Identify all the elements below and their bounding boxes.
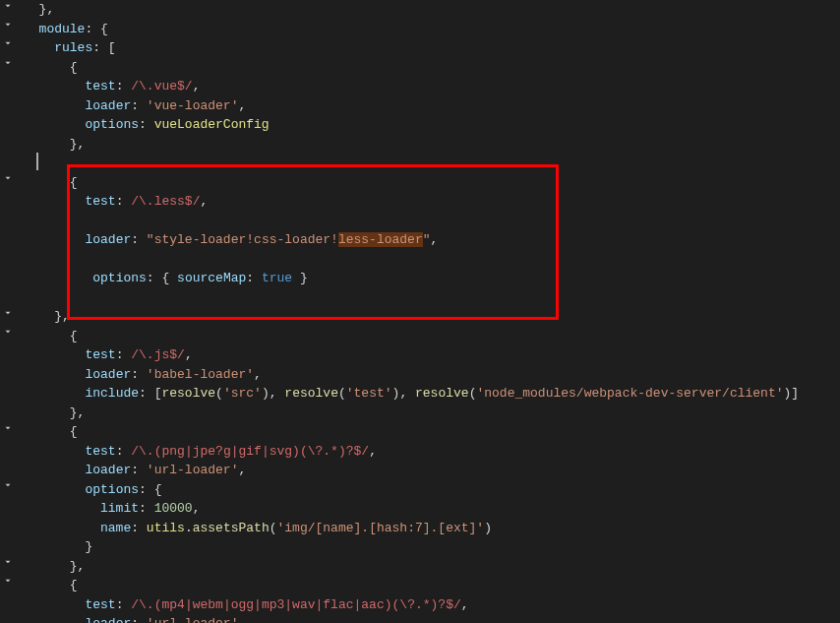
code-line[interactable]: test: /\.js$/, bbox=[24, 345, 840, 365]
code-content[interactable]: }, module: { rules: [ { test: /\.vue$/, … bbox=[16, 0, 840, 623]
code-line[interactable]: { bbox=[24, 576, 840, 595]
code-line[interactable]: rules: [ bbox=[24, 38, 840, 58]
code-line[interactable]: options: vueLoaderConfig bbox=[24, 115, 840, 135]
code-line[interactable]: loader: "style-loader!css-loader!less-lo… bbox=[24, 230, 840, 250]
fold-chevron-icon[interactable] bbox=[2, 326, 14, 338]
code-line[interactable]: loader: 'url-loader', bbox=[24, 614, 840, 623]
code-line[interactable]: options: { sourceMap: true } bbox=[24, 269, 840, 288]
fold-chevron-icon[interactable] bbox=[2, 556, 14, 568]
fold-chevron-icon[interactable] bbox=[2, 19, 14, 31]
code-line[interactable]: }, bbox=[24, 135, 840, 155]
code-line[interactable]: test: /\.(png|jpe?g|gif|svg)(\?.*)?$/, bbox=[24, 442, 840, 462]
code-line[interactable] bbox=[24, 212, 840, 231]
code-line[interactable]: module: { bbox=[24, 20, 840, 39]
code-line[interactable]: { bbox=[24, 58, 840, 78]
code-line[interactable]: options: { bbox=[24, 480, 840, 500]
code-line[interactable]: limit: 10000, bbox=[24, 499, 840, 519]
code-line[interactable]: test: /\.less$/, bbox=[24, 192, 840, 212]
code-line[interactable]: test: /\.(mp4|webm|ogg|mp3|wav|flac|aac)… bbox=[24, 595, 840, 615]
fold-chevron-icon[interactable] bbox=[2, 575, 14, 587]
fold-chevron-icon[interactable] bbox=[2, 57, 14, 69]
fold-chevron-icon[interactable] bbox=[2, 172, 14, 184]
code-line[interactable]: include: [resolve('src'), resolve('test'… bbox=[24, 384, 840, 404]
code-line[interactable] bbox=[24, 250, 840, 270]
code-line[interactable]: { bbox=[24, 327, 840, 346]
code-line[interactable] bbox=[24, 288, 840, 308]
code-line[interactable] bbox=[24, 154, 840, 173]
code-line[interactable]: }, bbox=[24, 0, 840, 20]
code-line[interactable]: }, bbox=[24, 404, 840, 423]
code-line[interactable]: name: utils.assetsPath('img/[name].[hash… bbox=[24, 519, 840, 538]
fold-chevron-icon[interactable] bbox=[2, 0, 14, 12]
fold-chevron-icon[interactable] bbox=[2, 307, 14, 319]
fold-chevron-icon[interactable] bbox=[2, 479, 14, 491]
code-line[interactable]: loader: 'vue-loader', bbox=[24, 96, 840, 116]
code-line[interactable]: }, bbox=[24, 557, 840, 577]
code-line[interactable]: test: /\.vue$/, bbox=[24, 77, 840, 96]
code-line[interactable]: }, bbox=[24, 307, 840, 327]
fold-chevron-icon[interactable] bbox=[2, 422, 14, 434]
cursor bbox=[36, 153, 38, 170]
code-line[interactable]: } bbox=[24, 537, 840, 557]
code-line[interactable]: loader: 'babel-loader', bbox=[24, 365, 840, 385]
code-line[interactable]: { bbox=[24, 173, 840, 193]
code-line[interactable]: { bbox=[24, 422, 840, 442]
code-line[interactable]: loader: 'url-loader', bbox=[24, 461, 840, 480]
code-editor[interactable]: }, module: { rules: [ { test: /\.vue$/, … bbox=[0, 0, 840, 623]
gutter bbox=[0, 0, 16, 623]
fold-chevron-icon[interactable] bbox=[2, 37, 14, 49]
